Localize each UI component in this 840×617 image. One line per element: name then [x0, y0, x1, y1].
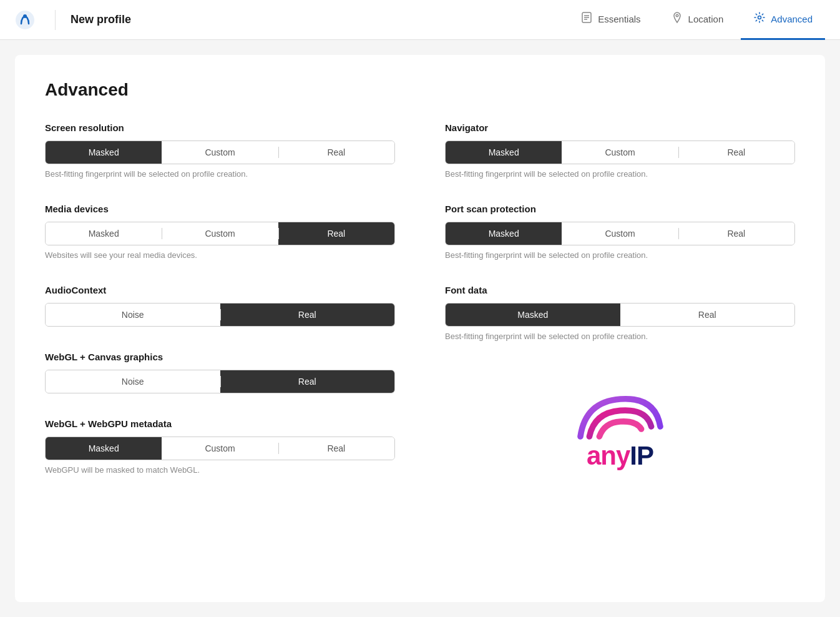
webgl-canvas-label: WebGL + Canvas graphics — [45, 352, 395, 362]
setting-port-scan: Port scan protection Masked Custom Real … — [445, 204, 795, 260]
webgl-canvas-real[interactable]: Real — [220, 370, 395, 393]
settings-grid: Screen resolution Masked Custom Real Bes… — [45, 122, 795, 500]
port-scan-hint: Best-fitting fingerprint will be selecte… — [445, 250, 795, 260]
screen-resolution-label: Screen resolution — [45, 122, 395, 133]
navigator-hint: Best-fitting fingerprint will be selecte… — [445, 169, 795, 179]
webgl-metadata-custom[interactable]: Custom — [162, 437, 278, 460]
audio-context-noise[interactable]: Noise — [46, 304, 220, 326]
navigator-real[interactable]: Real — [678, 141, 794, 164]
setting-screen-resolution: Screen resolution Masked Custom Real Bes… — [45, 122, 395, 179]
tab-location[interactable]: Location — [658, 0, 736, 40]
anyip-logo-area: anyIP — [445, 366, 795, 483]
anyip-cloud-svg — [570, 391, 670, 447]
media-devices-toggle: Masked Custom Real — [45, 222, 395, 245]
screen-resolution-custom[interactable]: Custom — [162, 141, 278, 164]
port-scan-label: Port scan protection — [445, 204, 795, 214]
setting-navigator: Navigator Masked Custom Real Best-fittin… — [445, 122, 795, 179]
webgl-metadata-hint: WebGPU will be masked to match WebGL. — [45, 465, 395, 475]
screen-resolution-hint: Best-fitting fingerprint will be selecte… — [45, 169, 395, 179]
font-data-masked[interactable]: Masked — [446, 304, 620, 326]
media-devices-custom[interactable]: Custom — [162, 222, 278, 245]
setting-media-devices: Media devices Masked Custom Real Website… — [45, 204, 395, 260]
setting-webgl-canvas: WebGL + Canvas graphics Noise Real — [45, 352, 395, 393]
tab-location-label: Location — [688, 14, 724, 24]
screen-resolution-toggle: Masked Custom Real — [45, 141, 395, 164]
tab-essentials-label: Essentials — [598, 14, 640, 24]
navigator-label: Navigator — [445, 122, 795, 133]
main-content: Advanced Screen resolution Masked Custom… — [15, 55, 825, 602]
navigator-toggle: Masked Custom Real — [445, 141, 795, 164]
audio-context-real[interactable]: Real — [220, 304, 395, 326]
setting-font-data: Font data Masked Real Best-fitting finge… — [445, 285, 795, 341]
navigator-masked[interactable]: Masked — [446, 141, 562, 164]
webgl-metadata-real[interactable]: Real — [278, 437, 394, 460]
svg-point-1 — [23, 14, 27, 18]
page-title: New profile — [71, 13, 131, 26]
font-data-real[interactable]: Real — [620, 304, 795, 326]
port-scan-toggle: Masked Custom Real — [445, 222, 795, 245]
settings-right-column: Navigator Masked Custom Real Best-fittin… — [445, 122, 795, 500]
webgl-metadata-label: WebGL + WebGPU metadata — [45, 418, 395, 429]
audio-context-label: AudioContext — [45, 285, 395, 295]
tab-essentials[interactable]: Essentials — [568, 0, 653, 40]
webgl-canvas-noise[interactable]: Noise — [46, 370, 220, 393]
anyip-text: anyIP — [587, 441, 653, 471]
advanced-icon — [753, 11, 766, 27]
media-devices-masked[interactable]: Masked — [46, 222, 162, 245]
port-scan-real[interactable]: Real — [678, 222, 794, 245]
svg-point-0 — [16, 11, 34, 29]
media-devices-hint: Websites will see your real media device… — [45, 250, 395, 260]
location-icon — [671, 11, 683, 27]
setting-audio-context: AudioContext Noise Real — [45, 285, 395, 327]
media-devices-real[interactable]: Real — [278, 222, 394, 245]
font-data-label: Font data — [445, 285, 795, 295]
tab-advanced[interactable]: Advanced — [741, 0, 825, 40]
webgl-metadata-masked[interactable]: Masked — [46, 437, 162, 460]
logo[interactable] — [15, 10, 35, 30]
svg-point-6 — [676, 14, 678, 17]
font-data-toggle: Masked Real — [445, 303, 795, 327]
tab-advanced-label: Advanced — [771, 14, 813, 24]
port-scan-masked[interactable]: Masked — [446, 222, 562, 245]
webgl-canvas-toggle: Noise Real — [45, 370, 395, 393]
header-nav: Essentials Location Advanced — [568, 0, 825, 40]
audio-context-toggle: Noise Real — [45, 303, 395, 327]
advanced-title: Advanced — [45, 80, 795, 100]
font-data-hint: Best-fitting fingerprint will be selecte… — [445, 332, 795, 341]
anyip-logo: anyIP — [570, 391, 670, 471]
header: New profile Essentials Location — [0, 0, 840, 40]
settings-left-column: Screen resolution Masked Custom Real Bes… — [45, 122, 395, 500]
media-devices-label: Media devices — [45, 204, 395, 214]
port-scan-custom[interactable]: Custom — [562, 222, 678, 245]
essentials-icon — [580, 11, 593, 27]
screen-resolution-real[interactable]: Real — [278, 141, 394, 164]
svg-point-7 — [758, 16, 761, 19]
header-divider — [55, 10, 56, 30]
navigator-custom[interactable]: Custom — [562, 141, 678, 164]
webgl-metadata-toggle: Masked Custom Real — [45, 437, 395, 460]
screen-resolution-masked[interactable]: Masked — [46, 141, 162, 164]
setting-webgl-metadata: WebGL + WebGPU metadata Masked Custom Re… — [45, 418, 395, 475]
